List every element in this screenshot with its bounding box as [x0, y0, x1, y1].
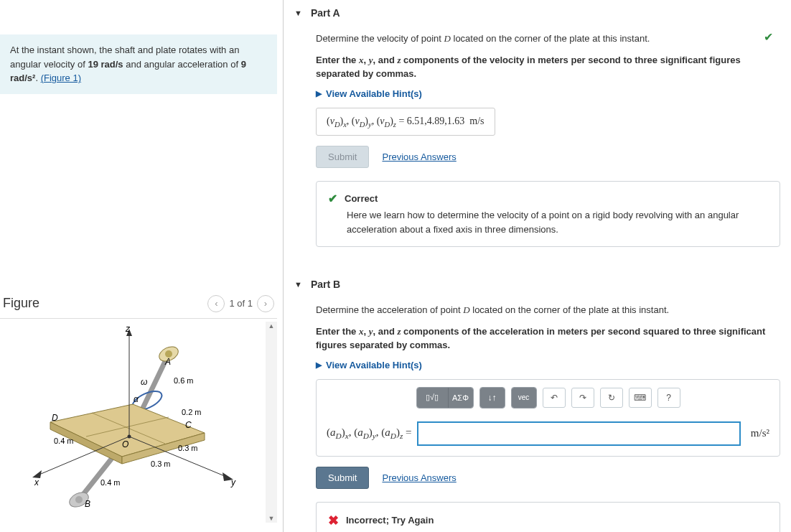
alpha-label: α [134, 394, 139, 404]
axis-z-label: z [125, 324, 131, 334]
view-hints-b[interactable]: ▶ View Available Hint(s) [316, 360, 780, 370]
figure-pager: ‹ 1 of 1 › [207, 295, 274, 312]
feedback-title: Correct [345, 193, 378, 204]
expand-icon: ▶ [316, 360, 322, 370]
previous-answers-a[interactable]: Previous Answers [382, 151, 456, 162]
answer-label-b: (aD)x, (aD)y, (aD)z = [327, 426, 411, 440]
part-a-instruction: Enter the x, y, and z components of the … [316, 53, 780, 81]
figure-header: Figure ‹ 1 of 1 › [0, 295, 277, 312]
greek-button[interactable]: ΑΣΦ [449, 388, 473, 408]
problem-text: . [35, 73, 40, 83]
dim-03a: 0.3 m [178, 444, 198, 452]
hints-label: View Available Hint(s) [326, 88, 422, 99]
scroll-up-icon[interactable]: ▲ [267, 322, 276, 330]
keyboard-button[interactable]: ⌨ [629, 388, 652, 408]
svg-point-5 [75, 496, 83, 503]
part-a-answer-display: (vD)x, (vD)y, (vD)z = 6.51,4.89,1.63 m/s [316, 108, 495, 136]
collapse-icon: ▼ [294, 9, 302, 17]
figure-title: Figure [3, 296, 207, 311]
view-hints-a[interactable]: ▶ View Available Hint(s) [316, 88, 780, 99]
dim-04b: 0.4 m [100, 478, 121, 487]
vec-button[interactable]: vec [512, 388, 536, 408]
previous-answers-b[interactable]: Previous Answers [382, 472, 456, 483]
correct-check-icon: ✔ [764, 30, 773, 44]
figure-area: ▲ ▼ [0, 322, 277, 523]
feedback-incorrect: ✖ Incorrect; Try Again [316, 502, 780, 532]
svg-point-18 [128, 434, 131, 438]
omega-label: ω [141, 377, 147, 387]
scroll-down-icon[interactable]: ▼ [267, 514, 276, 523]
problem-text: and angular acceleration of [123, 59, 241, 70]
figure-diagram: z x y A B C D O ω α 0.6 m 0.2 m 0.3 m 0.… [7, 322, 258, 512]
point-D-label: D [52, 413, 58, 423]
problem-statement: At the instant shown, the shaft and plat… [0, 34, 277, 94]
templates-button[interactable]: ▯√▯ [417, 388, 449, 408]
part-b-header[interactable]: ▼ Part B [294, 271, 780, 297]
redo-button[interactable]: ↷ [571, 388, 594, 408]
equation-toolbar: ▯√▯ ΑΣΦ ↓↑ vec ↶ ↷ ↻ ⌨ ? [317, 380, 780, 414]
sort-button[interactable]: ↓↑ [480, 388, 505, 408]
undo-button[interactable]: ↶ [543, 388, 566, 408]
feedback-title-b: Incorrect; Try Again [346, 515, 434, 526]
prev-figure-button[interactable]: ‹ [207, 295, 225, 312]
point-A-label: A [164, 357, 171, 367]
answer-unit-b: m/s² [746, 427, 769, 439]
axis-y-label: y [230, 477, 236, 487]
hints-label: View Available Hint(s) [326, 360, 422, 370]
figure-link[interactable]: (Figure 1) [41, 73, 81, 83]
pager-label: 1 of 1 [229, 298, 253, 309]
part-b-question: Determine the acceleration of point D lo… [316, 303, 780, 317]
reset-button[interactable]: ↻ [600, 388, 623, 408]
answer-input-b[interactable] [417, 421, 740, 446]
axis-x-label: x [34, 477, 39, 487]
point-C-label: C [185, 420, 192, 430]
part-b-instruction: Enter the x, y, and z components of the … [316, 325, 780, 353]
part-b-title: Part B [311, 279, 340, 290]
dim-04a: 0.4 m [54, 437, 74, 445]
dim-02: 0.2 m [182, 408, 202, 416]
expand-icon: ▶ [316, 89, 322, 98]
dim-03b: 0.3 m [151, 459, 171, 468]
equation-input-container: ▯√▯ ΑΣΦ ↓↑ vec ↶ ↷ ↻ ⌨ ? (aD)x, (aD)y, (… [316, 379, 780, 457]
part-a-title: Part A [311, 7, 340, 19]
help-button[interactable]: ? [657, 388, 680, 408]
part-a-header[interactable]: ▼ Part A [294, 0, 780, 26]
submit-button-a: Submit [316, 146, 369, 168]
next-figure-button[interactable]: › [257, 295, 274, 312]
x-icon: ✖ [328, 513, 339, 528]
answer-unit: m/s [469, 116, 484, 126]
point-O-label: O [122, 439, 128, 449]
check-icon: ✔ [328, 192, 337, 205]
point-B-label: B [85, 499, 90, 509]
collapse-icon: ▼ [294, 280, 302, 289]
feedback-correct: ✔ Correct Here we learn how to determine… [316, 181, 780, 247]
angular-velocity: 19 rad/s [88, 59, 123, 70]
answer-value: 6.51,4.89,1.63 [407, 116, 465, 126]
feedback-body: Here we learn how to determine the veloc… [347, 208, 768, 236]
submit-button-b[interactable]: Submit [316, 467, 369, 489]
part-a-question: Determine the velocity of point D locate… [316, 32, 780, 46]
dim-06: 0.6 m [174, 376, 194, 385]
